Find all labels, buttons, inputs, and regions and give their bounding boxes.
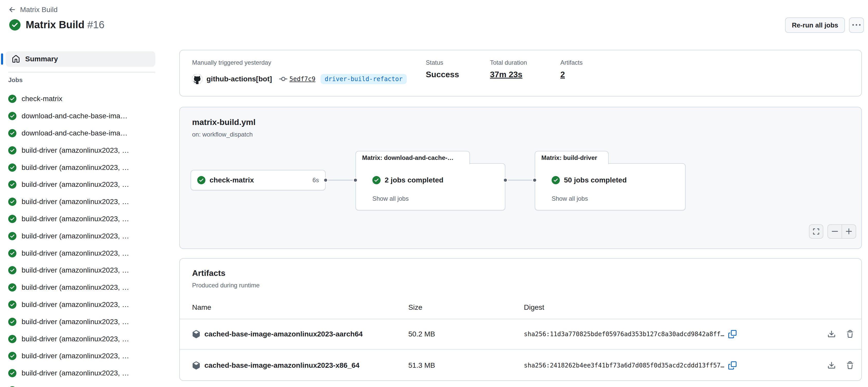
job-success-icon bbox=[8, 129, 17, 137]
copy-digest-button[interactable] bbox=[728, 330, 737, 338]
more-options-button[interactable] bbox=[849, 18, 864, 33]
zoom-in-button[interactable] bbox=[842, 225, 856, 238]
download-artifact-button[interactable] bbox=[828, 330, 836, 338]
column-header-digest: Digest bbox=[524, 303, 544, 312]
minus-icon bbox=[831, 227, 839, 235]
artifact-size: 50.2 MB bbox=[408, 330, 435, 338]
sidebar-job-item[interactable]: build-driver (amazonlinux2023, … bbox=[8, 348, 158, 365]
show-all-jobs-link[interactable]: Show all jobs bbox=[552, 195, 588, 202]
sidebar-job-item[interactable]: download-and-cache-base-ima… bbox=[8, 107, 158, 125]
column-header-name: Name bbox=[192, 303, 211, 312]
artifacts-table-body: cached-base-image-amazonlinux2023-aarch6… bbox=[180, 319, 861, 381]
stat-label: Status bbox=[426, 59, 443, 66]
stat-label: Artifacts bbox=[560, 59, 583, 66]
download-artifact-button[interactable] bbox=[828, 361, 836, 369]
artifact-size: 51.3 MB bbox=[408, 361, 435, 369]
job-label: download-and-cache-base-ima… bbox=[22, 129, 127, 137]
home-icon bbox=[12, 55, 20, 63]
job-success-icon bbox=[8, 283, 17, 292]
sidebar-job-item[interactable]: build-driver (amazonlinux2023, … bbox=[8, 279, 158, 296]
job-label: build-driver (amazonlinux2023, … bbox=[22, 352, 129, 360]
job-success-icon bbox=[8, 146, 17, 155]
matrix-card-download-and-cache[interactable]: 2 jobs completed Show all jobs bbox=[355, 163, 505, 211]
summary-label: Summary bbox=[25, 55, 58, 63]
sidebar-job-item[interactable]: build-driver (amazonlinux2023, … bbox=[8, 176, 158, 193]
matrix-status-label: 2 jobs completed bbox=[385, 176, 443, 184]
job-label: build-driver (amazonlinux2023, … bbox=[22, 335, 129, 343]
job-label: build-driver (amazonlinux2023, … bbox=[22, 283, 129, 292]
matrix-success-icon bbox=[372, 176, 380, 184]
delete-artifact-button[interactable] bbox=[846, 361, 854, 369]
job-label: build-driver (amazonlinux2023, … bbox=[22, 163, 129, 172]
sidebar-job-item[interactable]: build-driver (amazonlinux2023, … bbox=[8, 382, 158, 387]
artifacts-count-link[interactable]: 2 bbox=[560, 70, 565, 79]
delete-artifact-button[interactable] bbox=[846, 330, 854, 338]
package-icon bbox=[192, 330, 200, 338]
sidebar-job-item[interactable]: build-driver (amazonlinux2023, … bbox=[8, 142, 158, 159]
digest-text: sha256:11d3a770825bdef05976ad353b127c8a3… bbox=[524, 330, 724, 338]
sidebar-job-item[interactable]: download-and-cache-base-ima… bbox=[8, 125, 158, 142]
job-success-icon bbox=[8, 369, 17, 377]
job-success-icon bbox=[8, 232, 17, 240]
artifact-name[interactable]: cached-base-image-amazonlinux2023-x86_64 bbox=[205, 361, 360, 369]
job-success-icon bbox=[8, 352, 17, 360]
show-all-jobs-link[interactable]: Show all jobs bbox=[372, 195, 409, 202]
zoom-out-button[interactable] bbox=[828, 225, 842, 238]
sidebar-job-item[interactable]: build-driver (amazonlinux2023, … bbox=[8, 227, 158, 245]
github-logo-icon bbox=[192, 74, 203, 84]
package-icon bbox=[192, 361, 200, 369]
sidebar-job-item[interactable]: build-driver (amazonlinux2023, … bbox=[8, 330, 158, 348]
commit-sha-link[interactable]: 5edf7c9 bbox=[289, 75, 315, 83]
sidebar-job-item[interactable]: build-driver (amazonlinux2023, … bbox=[8, 193, 158, 211]
job-label: build-driver (amazonlinux2023, … bbox=[22, 266, 129, 275]
job-success-icon bbox=[8, 318, 17, 326]
node-label: check-matrix bbox=[210, 176, 254, 184]
graph-node-check-matrix[interactable]: check-matrix 6s bbox=[191, 170, 326, 190]
jobs-list: check-matrix download-and-cache-base-ima… bbox=[8, 90, 158, 387]
artifacts-title: Artifacts bbox=[192, 268, 225, 278]
sidebar-job-item[interactable]: build-driver (amazonlinux2023, … bbox=[8, 262, 158, 279]
artifact-row: cached-base-image-amazonlinux2023-aarch6… bbox=[180, 319, 861, 349]
workflow-name: Matrix Build bbox=[26, 19, 85, 30]
job-label: build-driver (amazonlinux2023, … bbox=[22, 232, 129, 240]
breadcrumb[interactable]: Matrix Build bbox=[8, 6, 58, 14]
artifacts-table-header: Name Size Digest bbox=[180, 303, 861, 312]
success-check-icon bbox=[9, 19, 21, 31]
workflow-file-name: matrix-build.yml bbox=[192, 118, 255, 127]
sidebar-job-item[interactable]: build-driver (amazonlinux2023, … bbox=[8, 296, 158, 313]
graph-connector-dot bbox=[532, 178, 537, 183]
screen-full-icon bbox=[812, 227, 820, 235]
avatar[interactable] bbox=[192, 74, 203, 84]
artifacts-subtitle: Produced during runtime bbox=[192, 282, 260, 289]
run-summary-panel: Manually triggered yesterday github-acti… bbox=[179, 50, 862, 96]
zoom-controls bbox=[828, 224, 856, 239]
job-success-icon bbox=[8, 95, 17, 103]
sidebar-job-item[interactable]: build-driver (amazonlinux2023, … bbox=[8, 365, 158, 382]
duration-value: 37m 23s bbox=[490, 70, 522, 79]
sidebar-job-item[interactable]: build-driver (amazonlinux2023, … bbox=[8, 313, 158, 330]
job-success-icon bbox=[8, 215, 17, 223]
job-label: build-driver (amazonlinux2023, … bbox=[22, 198, 129, 206]
artifact-name[interactable]: cached-base-image-amazonlinux2023-aarch6… bbox=[205, 330, 363, 338]
graph-connector-dot bbox=[323, 178, 328, 183]
branch-label[interactable]: driver-build-refactor bbox=[320, 74, 406, 84]
fit-to-window-button[interactable] bbox=[809, 224, 823, 239]
node-duration: 6s bbox=[313, 176, 319, 184]
sidebar-job-item[interactable]: build-driver (amazonlinux2023, … bbox=[8, 211, 158, 228]
copy-digest-button[interactable] bbox=[728, 361, 737, 369]
kebab-icon bbox=[852, 21, 861, 29]
sidebar-job-item[interactable]: check-matrix bbox=[8, 90, 158, 107]
job-label: check-matrix bbox=[22, 95, 62, 103]
rerun-all-jobs-button[interactable]: Re-run all jobs bbox=[785, 18, 845, 33]
graph-connector-dot bbox=[503, 178, 508, 183]
sidebar-job-item[interactable]: build-driver (amazonlinux2023, … bbox=[8, 159, 158, 176]
sidebar-job-item[interactable]: build-driver (amazonlinux2023, … bbox=[8, 245, 158, 262]
job-success-icon bbox=[8, 198, 17, 206]
sidebar-item-summary[interactable]: Summary bbox=[6, 51, 155, 67]
matrix-tab-download-and-cache: Matrix: download-and-cache-… bbox=[355, 151, 470, 164]
page-title: Matrix Build #16 bbox=[26, 19, 104, 31]
job-success-icon bbox=[8, 112, 17, 120]
actor-name[interactable]: github-actions[bot] bbox=[207, 75, 272, 83]
matrix-card-build-driver[interactable]: 50 jobs completed Show all jobs bbox=[535, 163, 686, 211]
artifact-digest: sha256:2418262b4ee3f41bf73a6d7d085f0d35a… bbox=[524, 361, 737, 369]
